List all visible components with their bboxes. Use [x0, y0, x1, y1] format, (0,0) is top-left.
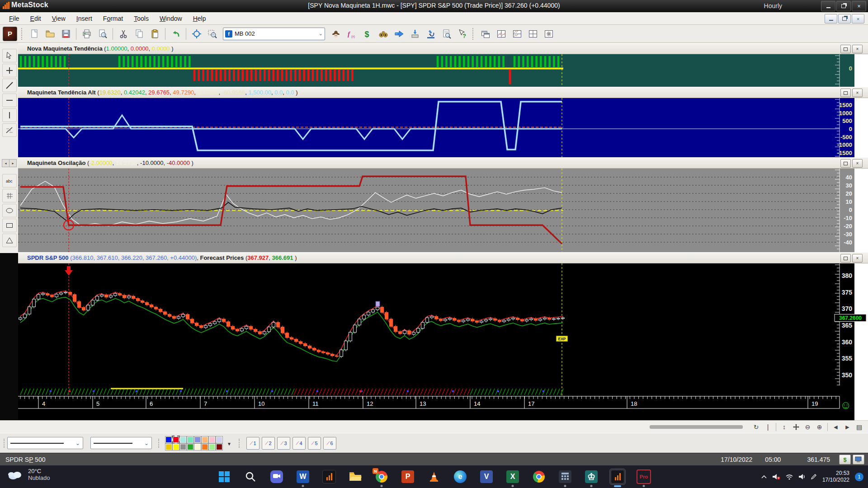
- dollar-button[interactable]: $: [839, 455, 851, 465]
- visio-app[interactable]: V: [479, 469, 494, 484]
- grid-tool[interactable]: [2, 189, 17, 202]
- vertical-line-tool[interactable]: [2, 108, 17, 122]
- app-menu-button[interactable]: P: [3, 27, 17, 41]
- calculator-app[interactable]: [557, 469, 573, 484]
- zoom-selection-button[interactable]: [205, 26, 220, 41]
- menu-help[interactable]: Help: [188, 13, 212, 24]
- panel-restore-button[interactable]: [840, 159, 851, 168]
- zoom-out-button[interactable]: ⊖: [802, 422, 813, 432]
- restore-button[interactable]: [836, 1, 851, 11]
- color-swatch[interactable]: [216, 444, 222, 450]
- tray-volume-icon[interactable]: [798, 474, 806, 480]
- panel-close-button[interactable]: ×: [852, 159, 863, 168]
- color-swatch[interactable]: [202, 436, 208, 443]
- color-swatch[interactable]: [202, 444, 208, 450]
- trendline-style-3-button[interactable]: ⟋3: [277, 437, 290, 450]
- trendline-style-6-button[interactable]: ⟋6: [323, 437, 336, 450]
- text-tool[interactable]: abc: [2, 174, 17, 188]
- chart-settings-button[interactable]: [541, 26, 556, 41]
- color-swatch[interactable]: [187, 444, 193, 450]
- paste-button[interactable]: [147, 26, 162, 41]
- color-swatch[interactable]: [173, 444, 179, 450]
- powerpoint-app[interactable]: P: [400, 469, 415, 484]
- tile-vertical-button[interactable]: [494, 26, 509, 41]
- copy-button[interactable]: [132, 26, 146, 41]
- indicator-builder-button[interactable]: f(x): [344, 26, 359, 41]
- color-swatch[interactable]: [194, 444, 201, 450]
- start-button[interactable]: [217, 469, 232, 484]
- tray-pen-icon[interactable]: [811, 474, 817, 480]
- child-close-button[interactable]: ×: [852, 14, 864, 23]
- color-swatch[interactable]: [216, 436, 222, 443]
- trendline-tool[interactable]: [2, 79, 17, 92]
- fibonacci-tool[interactable]: [2, 123, 17, 137]
- explorer-button[interactable]: [376, 26, 391, 41]
- pro-app[interactable]: Pro: [636, 469, 651, 484]
- toolbar-grip[interactable]: [21, 28, 24, 40]
- vlc-app[interactable]: [426, 469, 442, 484]
- color-swatch[interactable]: [209, 444, 215, 450]
- menu-file[interactable]: File: [4, 13, 25, 24]
- trendline-style-5-button[interactable]: ⟋5: [308, 437, 321, 450]
- chess-app[interactable]: ♔: [584, 469, 599, 484]
- triangle-tool[interactable]: [2, 234, 17, 247]
- tile-horizontal-button[interactable]: [509, 26, 524, 41]
- panel-restore-button[interactable]: [840, 45, 851, 53]
- menu-window[interactable]: Window: [154, 13, 188, 24]
- chat-button[interactable]: [269, 469, 284, 484]
- notification-badge[interactable]: 1: [855, 473, 863, 481]
- previous-chart-button[interactable]: ◄: [830, 422, 841, 432]
- excel-app[interactable]: X: [505, 469, 520, 484]
- toolbar-grip[interactable]: [239, 439, 241, 448]
- menu-format[interactable]: Format: [98, 13, 128, 24]
- metastock-app[interactable]: [321, 469, 337, 484]
- symbol-list-combobox[interactable]: fMB 002⌄: [223, 28, 325, 40]
- next-chart-button[interactable]: ►: [842, 422, 853, 432]
- panel-close-button[interactable]: ×: [852, 89, 863, 97]
- print-preview-button[interactable]: [95, 26, 110, 41]
- system-tester-button[interactable]: [423, 26, 438, 41]
- context-help-button[interactable]: ?: [455, 26, 470, 41]
- ellipse-tool[interactable]: [2, 204, 17, 217]
- minimize-button[interactable]: [821, 1, 835, 11]
- panel-title-oscilacao[interactable]: Maquineta Oscilação (-2.00000, 14.2738, …: [18, 157, 868, 169]
- tray-muted-speaker-icon[interactable]: [772, 474, 780, 480]
- color-swatch[interactable]: [180, 436, 186, 443]
- tendencia-indicator-chart[interactable]: 0: [18, 54, 868, 87]
- menu-insert[interactable]: Insert: [71, 13, 98, 24]
- menu-edit[interactable]: Edit: [25, 13, 47, 24]
- chart-list-button[interactable]: ▤: [854, 422, 864, 432]
- expert-advisor-button[interactable]: [328, 26, 343, 41]
- tendencia-alt-indicator-chart[interactable]: 150010005000-500-1000-1500: [18, 98, 868, 157]
- menu-view[interactable]: View: [47, 13, 71, 24]
- trendline-style-4-button[interactable]: ⟋4: [292, 437, 306, 450]
- line-weight-dropdown[interactable]: ⌄: [90, 437, 152, 449]
- metastock-active-app[interactable]: [610, 469, 625, 484]
- toolbar-grip[interactable]: [158, 439, 161, 448]
- color-swatch[interactable]: [187, 436, 193, 443]
- tile-grid-button[interactable]: [525, 26, 540, 41]
- color-swatch[interactable]: [209, 436, 215, 443]
- horizontal-scrollbar[interactable]: [650, 425, 743, 429]
- panel-close-button[interactable]: ×: [852, 254, 863, 263]
- chrome-app[interactable]: [531, 469, 547, 484]
- horizontal-line-tool[interactable]: [2, 94, 17, 107]
- pan-button[interactable]: [791, 422, 801, 432]
- color-swatch[interactable]: [173, 436, 179, 443]
- panel-restore-button[interactable]: [840, 254, 851, 263]
- oscilacao-indicator-chart[interactable]: 403020100-10-20-30-40: [18, 169, 868, 252]
- chevron-down-icon[interactable]: ⌄: [319, 31, 323, 37]
- search-button[interactable]: [243, 469, 258, 484]
- trendline-style-2-button[interactable]: ⟋2: [262, 437, 275, 450]
- panel-restore-button[interactable]: [840, 89, 851, 97]
- child-minimize-button[interactable]: [825, 14, 837, 23]
- line-style-dropdown[interactable]: ⌄: [7, 437, 83, 449]
- report-button[interactable]: [439, 26, 454, 41]
- rectangle-tool[interactable]: [2, 219, 17, 232]
- child-restore-button[interactable]: [838, 14, 851, 23]
- refresh-button[interactable]: ↻: [751, 422, 761, 432]
- color-swatch[interactable]: [194, 436, 201, 443]
- scroll-left-button[interactable]: ◂: [2, 159, 9, 167]
- cascade-windows-button[interactable]: [478, 26, 493, 41]
- open-chart-button[interactable]: [42, 26, 57, 41]
